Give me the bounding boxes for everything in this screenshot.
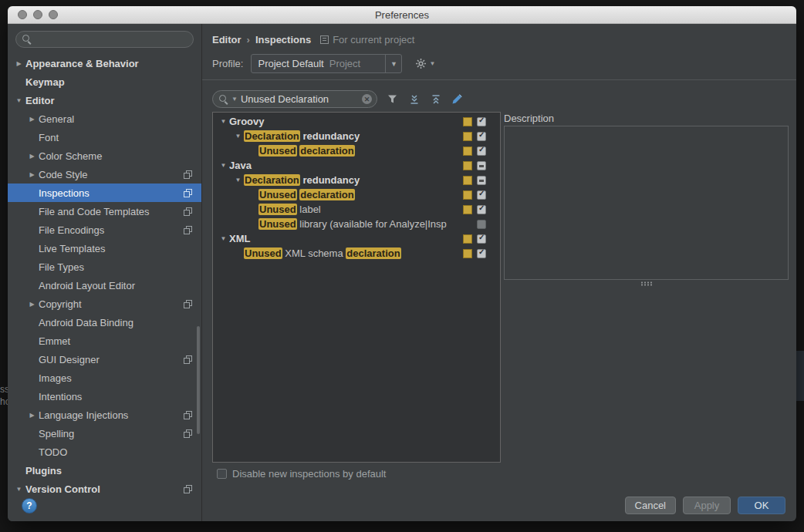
background-window-edge bbox=[796, 351, 804, 401]
inspection-enabled-checkbox[interactable] bbox=[477, 234, 486, 244]
chevron-right-icon[interactable]: ▶ bbox=[25, 153, 39, 160]
sidebar-item-general[interactable]: ▶General bbox=[8, 109, 201, 128]
inspection-row[interactable]: ▼Declaration redundancy bbox=[213, 129, 500, 143]
inspection-enabled-checkbox[interactable] bbox=[477, 117, 486, 126]
sidebar-item-images[interactable]: Images bbox=[8, 369, 201, 387]
sidebar-item-version-control[interactable]: ▼Version Control bbox=[8, 480, 201, 498]
inspections-tree-panel: ▼Groovy▼Declaration redundancyUnused dec… bbox=[212, 112, 501, 463]
profile-row: Profile: Project Default Project ▼ bbox=[212, 54, 789, 73]
help-button[interactable]: ? bbox=[22, 498, 37, 513]
sidebar-item-label: File Types bbox=[39, 261, 84, 273]
disable-new-inspections-checkbox[interactable] bbox=[217, 469, 227, 479]
sidebar-item-label: Version Control bbox=[25, 483, 100, 495]
shareable-settings-icon bbox=[184, 355, 192, 364]
chevron-down-icon[interactable]: ▼ bbox=[232, 133, 244, 140]
sidebar-item-emmet[interactable]: Emmet bbox=[8, 332, 201, 350]
inspection-row[interactable]: ▼Java bbox=[213, 158, 500, 173]
chevron-down-icon[interactable]: ▼ bbox=[232, 177, 244, 184]
inspection-row[interactable]: ▼Groovy bbox=[213, 114, 500, 129]
inspection-label: Java bbox=[229, 160, 457, 171]
sidebar-item-gui-designer[interactable]: GUI Designer bbox=[8, 350, 201, 369]
sidebar-scrollbar[interactable] bbox=[197, 326, 200, 434]
sidebar-item-appearance-behavior[interactable]: ▶Appearance & Behavior bbox=[8, 54, 201, 72]
breadcrumb-editor[interactable]: Editor bbox=[212, 34, 242, 45]
chevron-right-icon[interactable]: ▶ bbox=[25, 171, 39, 178]
description-title: Description bbox=[504, 112, 789, 126]
splitter-grip-icon[interactable] bbox=[640, 281, 653, 286]
sidebar-item-inspections[interactable]: Inspections bbox=[8, 184, 201, 202]
inspection-enabled-checkbox[interactable] bbox=[477, 132, 486, 141]
collapse-all-icon[interactable] bbox=[429, 93, 442, 106]
inspection-label: Unused declaration bbox=[258, 189, 457, 200]
close-button[interactable] bbox=[18, 10, 27, 19]
sidebar-item-copyright[interactable]: ▶Copyright bbox=[8, 295, 201, 313]
inspection-row[interactable]: ▼XML bbox=[213, 231, 500, 246]
inspection-enabled-checkbox[interactable] bbox=[477, 220, 486, 229]
sidebar-item-android-layout-editor[interactable]: Android Layout Editor bbox=[8, 276, 201, 295]
breadcrumb-separator: › bbox=[247, 34, 250, 45]
chevron-down-icon[interactable]: ▼ bbox=[218, 162, 229, 169]
minimize-button[interactable] bbox=[33, 10, 42, 19]
apply-button[interactable]: Apply bbox=[683, 497, 731, 514]
inspection-row[interactable]: Unused XML schema declaration bbox=[213, 246, 500, 261]
row-controls bbox=[463, 176, 486, 185]
sidebar-item-label: File and Code Templates bbox=[39, 206, 150, 217]
sidebar-item-file-and-code-templates[interactable]: File and Code Templates bbox=[8, 202, 201, 221]
inspection-enabled-checkbox[interactable] bbox=[477, 205, 486, 214]
chevron-right-icon[interactable]: ▶ bbox=[25, 301, 39, 308]
inspection-enabled-checkbox[interactable] bbox=[477, 161, 486, 170]
chevron-right-icon[interactable]: ▶ bbox=[12, 60, 25, 67]
chevron-right-icon[interactable]: ▶ bbox=[25, 412, 39, 419]
combobox-arrow-icon[interactable]: ▼ bbox=[385, 55, 401, 72]
ok-button[interactable]: OK bbox=[738, 497, 785, 514]
chevron-down-icon[interactable]: ▼ bbox=[12, 486, 25, 493]
profile-combobox[interactable]: Project Default Project ▼ bbox=[251, 54, 402, 73]
sidebar-item-editor[interactable]: ▼Editor bbox=[8, 91, 201, 109]
sidebar-item-intentions[interactable]: Intentions bbox=[8, 387, 201, 406]
chevron-down-icon[interactable]: ▼ bbox=[12, 97, 25, 104]
sidebar-item-plugins[interactable]: Plugins bbox=[8, 461, 201, 480]
inspection-row[interactable]: Unused declaration bbox=[213, 143, 500, 158]
chevron-down-icon[interactable]: ▼ bbox=[218, 235, 229, 242]
inspection-row[interactable]: ▼Declaration redundancy bbox=[213, 173, 500, 187]
sidebar-item-label: Spelling bbox=[39, 428, 74, 439]
clear-search-icon[interactable]: ✕ bbox=[362, 94, 372, 104]
inspection-enabled-checkbox[interactable] bbox=[477, 176, 486, 185]
filter-severity-icon[interactable] bbox=[386, 93, 399, 106]
profile-actions-button[interactable]: ▼ bbox=[415, 58, 435, 69]
search-options-icon[interactable]: ▼ bbox=[231, 96, 238, 103]
sidebar-item-android-data-binding[interactable]: Android Data Binding bbox=[8, 313, 201, 332]
chevron-right-icon[interactable]: ▶ bbox=[25, 116, 39, 123]
inspections-search-input[interactable] bbox=[241, 93, 359, 105]
sidebar-search-field[interactable] bbox=[15, 31, 194, 48]
reset-filter-icon[interactable] bbox=[451, 93, 464, 106]
sidebar-item-code-style[interactable]: ▶Code Style bbox=[8, 165, 201, 184]
inspection-row[interactable]: Unused library (available for Analyze|In… bbox=[213, 217, 500, 231]
inspections-search-field[interactable]: ▼ ✕ bbox=[212, 90, 377, 108]
sidebar-item-file-types[interactable]: File Types bbox=[8, 258, 201, 276]
sidebar-item-label: Images bbox=[39, 372, 72, 384]
inspection-enabled-checkbox[interactable] bbox=[477, 249, 486, 258]
inspection-enabled-checkbox[interactable] bbox=[477, 190, 486, 200]
inspection-row[interactable]: Unused label bbox=[213, 202, 500, 217]
sidebar-item-font[interactable]: Font bbox=[8, 128, 201, 146]
sidebar-item-language-injections[interactable]: ▶Language Injections bbox=[8, 406, 201, 424]
sidebar-item-color-scheme[interactable]: ▶Color Scheme bbox=[8, 146, 201, 165]
breadcrumb-inspections[interactable]: Inspections bbox=[255, 34, 311, 45]
inspection-enabled-checkbox[interactable] bbox=[477, 146, 486, 156]
disable-new-inspections-row: Disable new inspections by default bbox=[217, 468, 789, 480]
sidebar-item-keymap[interactable]: Keymap bbox=[8, 72, 201, 91]
sidebar-search-input[interactable] bbox=[36, 34, 187, 45]
sidebar-item-spelling[interactable]: Spelling bbox=[8, 424, 201, 443]
sidebar-item-file-encodings[interactable]: File Encodings bbox=[8, 221, 201, 239]
sidebar-item-label: General bbox=[39, 113, 74, 125]
inspection-row[interactable]: Unused declaration bbox=[213, 187, 500, 202]
expand-all-icon[interactable] bbox=[407, 93, 421, 106]
chevron-down-icon[interactable]: ▼ bbox=[218, 118, 229, 125]
sidebar-item-todo[interactable]: TODO bbox=[8, 443, 201, 461]
sidebar-item-live-templates[interactable]: Live Templates bbox=[8, 239, 201, 258]
shareable-settings-icon bbox=[184, 411, 192, 419]
cancel-button[interactable]: Cancel bbox=[625, 497, 676, 514]
sidebar-item-label: File Encodings bbox=[39, 224, 104, 236]
zoom-button[interactable] bbox=[49, 10, 58, 19]
